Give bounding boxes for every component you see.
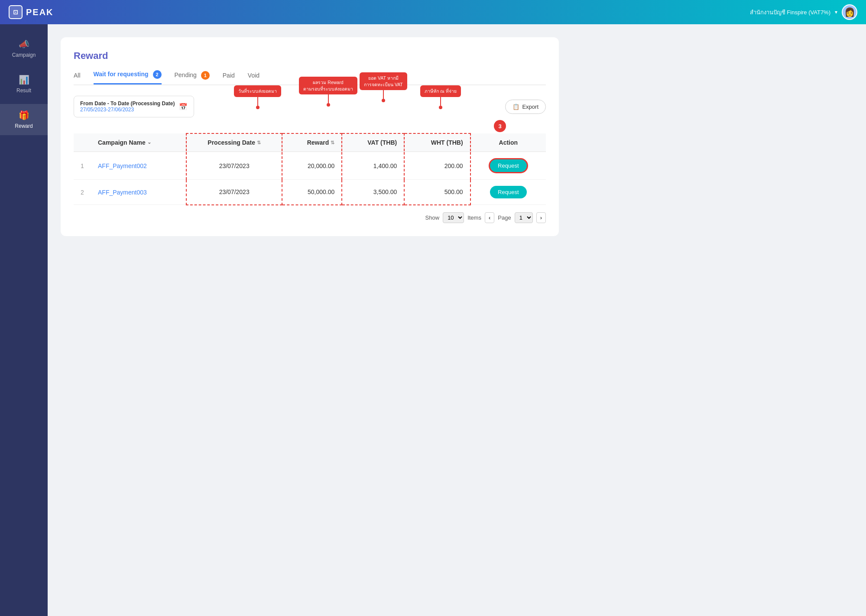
sidebar-item-result[interactable]: 📊 Result xyxy=(0,68,48,100)
tab-pending-badge: 1 xyxy=(201,71,210,80)
row-1-request-button[interactable]: Request xyxy=(489,158,528,173)
annotation-wht: ภาษีหัก ณ ที่จ่าย xyxy=(420,85,461,109)
annotation-dot-2 xyxy=(327,103,330,107)
processing-date-sort-icon[interactable]: ⇅ xyxy=(257,140,261,146)
date-filter[interactable]: From Date - To Date (Processing Date) 27… xyxy=(74,96,194,117)
annotation-text-vat: ยอด VAT หากมีการจดทะเบียน VAT xyxy=(360,72,407,90)
reward-icon: 🎁 xyxy=(19,110,29,120)
row-1-num: 1 xyxy=(74,152,91,180)
row-2-wht: 500.00 xyxy=(404,180,470,205)
tab-void[interactable]: Void xyxy=(248,72,259,83)
reward-sort-icon[interactable]: ⇅ xyxy=(331,140,334,146)
sidebar-label-campaign: Campaign xyxy=(12,52,36,58)
page-card: Reward All Wait for requesting 2 Pending… xyxy=(61,37,559,236)
main-content: Reward All Wait for requesting 2 Pending… xyxy=(48,24,866,616)
row-2-reward: 50,000.00 xyxy=(282,180,342,205)
pagination: Show 10 25 50 Items ‹ Page 1 2 3 › xyxy=(74,212,546,223)
row-2-campaign: AFF_Payment003 xyxy=(91,180,186,205)
calendar-icon[interactable]: 📅 xyxy=(179,103,188,111)
annotation-dot-1 xyxy=(256,106,259,109)
annotation-text-processing-date: วันที่ระบบส่งยอดมา xyxy=(234,85,281,97)
col-header-campaign: Campaign Name ⌄ xyxy=(91,133,186,152)
pagination-next-button[interactable]: › xyxy=(536,212,546,223)
logo-text: PEAK xyxy=(26,7,54,17)
header-row: Campaign Name ⌄ Processing Date ⇅ xyxy=(74,133,546,152)
tab-wait-badge: 2 xyxy=(153,70,162,79)
col-label-wht: WHT (THB) xyxy=(431,139,463,146)
sidebar-label-reward: Reward xyxy=(15,123,32,129)
avatar[interactable]: 👩 xyxy=(842,4,857,20)
show-select[interactable]: 10 25 50 xyxy=(443,212,464,223)
row-1-campaign-link[interactable]: AFF_Payment002 xyxy=(98,162,147,169)
data-table: Campaign Name ⌄ Processing Date ⇅ xyxy=(74,133,546,205)
row-1-action: Request xyxy=(470,152,546,180)
tab-wait-for-requesting[interactable]: Wait for requesting 2 xyxy=(94,70,162,84)
annotation-line-2 xyxy=(328,94,329,103)
header-right: สำนักงานปัญชี Finspire (VAT7%) ▾ 👩 xyxy=(750,4,857,20)
show-label: Show xyxy=(425,214,440,221)
export-icon: 📋 xyxy=(512,104,519,110)
row-1-processing-date: 23/07/2023 xyxy=(186,152,282,180)
table-row: 2 AFF_Payment003 23/07/2023 50,000.00 xyxy=(74,180,546,205)
sidebar-item-reward[interactable]: 🎁 Reward xyxy=(0,104,48,135)
annotation-dot-4 xyxy=(439,106,442,109)
tab-paid[interactable]: Paid xyxy=(223,72,235,83)
row-2-processing-date: 23/07/2023 xyxy=(186,180,282,205)
pagination-prev-button[interactable]: ‹ xyxy=(485,212,494,223)
row-2-vat: 3,500.00 xyxy=(342,180,404,205)
sidebar-item-campaign[interactable]: 📣 Campaign xyxy=(0,33,48,64)
table-header: Campaign Name ⌄ Processing Date ⇅ xyxy=(74,133,546,152)
company-name: สำนักงานปัญชี Finspire (VAT7%) xyxy=(750,8,830,17)
annotation-reward: ผลรวม Rewardตามรอบที่ระบบส่งยอดมา xyxy=(299,77,357,107)
col-label-processing-date: Processing Date xyxy=(208,139,255,146)
items-label: Items xyxy=(467,214,481,221)
date-filter-content: From Date - To Date (Processing Date) 27… xyxy=(80,101,175,113)
col-header-vat: VAT (THB) xyxy=(342,133,404,152)
page-label: Page xyxy=(498,214,511,221)
annotation-line-1 xyxy=(257,97,258,106)
layout: 📣 Campaign 📊 Result 🎁 Reward Reward All … xyxy=(0,24,866,616)
col-header-reward: Reward ⇅ xyxy=(282,133,342,152)
col-label-reward: Reward xyxy=(307,139,329,146)
sidebar-label-result: Result xyxy=(16,88,31,94)
top-header: ⊡ PEAK สำนักงานปัญชี Finspire (VAT7%) ▾ … xyxy=(0,0,866,24)
row-1-wht: 200.00 xyxy=(404,152,470,180)
annotation-dot-3 xyxy=(382,99,385,102)
annotation-vat: ยอด VAT หากมีการจดทะเบียน VAT xyxy=(360,72,407,102)
row-2-num: 2 xyxy=(74,180,91,205)
col-label-action: Action xyxy=(499,139,518,146)
campaign-filter-icon[interactable]: ⌄ xyxy=(147,139,151,145)
company-dropdown-icon[interactable]: ▾ xyxy=(835,9,837,15)
annotation-line-3 xyxy=(383,90,384,99)
col-header-action: Action xyxy=(470,133,546,152)
page-select[interactable]: 1 2 3 xyxy=(515,212,533,223)
export-label: Export xyxy=(522,104,538,110)
row-2-campaign-link[interactable]: AFF_Payment003 xyxy=(98,189,147,196)
campaign-icon: 📣 xyxy=(19,39,29,49)
tab-pending[interactable]: Pending 1 xyxy=(175,71,210,84)
result-icon: 📊 xyxy=(19,75,29,85)
col-header-processing-date: Processing Date ⇅ xyxy=(186,133,282,152)
sidebar: 📣 Campaign 📊 Result 🎁 Reward xyxy=(0,24,48,616)
tab-all[interactable]: All xyxy=(74,72,81,83)
row-2-request-button[interactable]: Request xyxy=(490,186,526,198)
date-filter-label: From Date - To Date (Processing Date) xyxy=(80,101,175,107)
logo-icon: ⊡ xyxy=(9,5,23,19)
col-label-vat: VAT (THB) xyxy=(367,139,397,146)
col-header-num xyxy=(74,133,91,152)
col-label-campaign: Campaign Name xyxy=(98,139,146,146)
row-1-reward: 20,000.00 xyxy=(282,152,342,180)
export-button[interactable]: 📋 Export xyxy=(505,100,546,114)
page-title: Reward xyxy=(74,50,546,62)
col-header-wht: WHT (THB) xyxy=(404,133,470,152)
row-1-campaign: AFF_Payment002 xyxy=(91,152,186,180)
annotation-line-4 xyxy=(440,97,441,106)
annotation-text-wht: ภาษีหัก ณ ที่จ่าย xyxy=(420,85,461,97)
table-row: 1 AFF_Payment002 23/07/2023 20,000.00 xyxy=(74,152,546,180)
circle-badge-3: 3 xyxy=(494,120,506,132)
annotation-processing-date: วันที่ระบบส่งยอดมา xyxy=(234,85,281,109)
row-1-vat: 1,400.00 xyxy=(342,152,404,180)
table-body: 1 AFF_Payment002 23/07/2023 20,000.00 xyxy=(74,152,546,205)
annotation-text-reward: ผลรวม Rewardตามรอบที่ระบบส่งยอดมา xyxy=(299,77,357,94)
row-2-action: Request xyxy=(470,180,546,205)
